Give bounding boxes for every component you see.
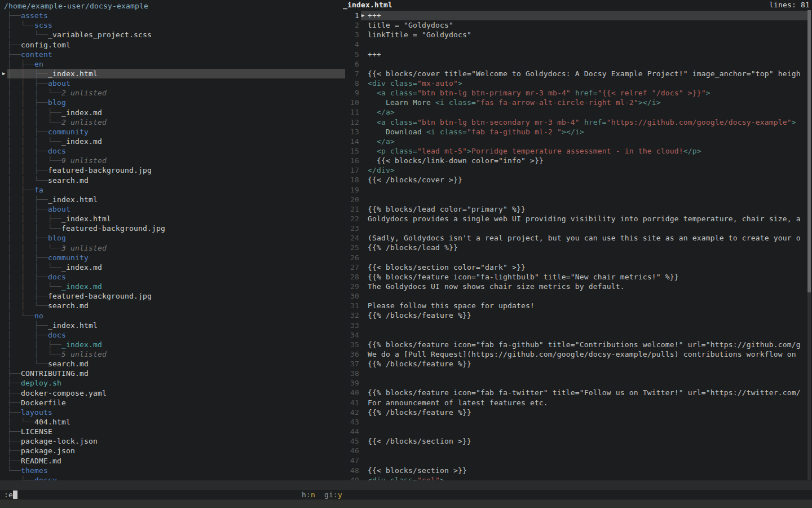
tree-row[interactable]: │ │ ├──blog <box>7 98 345 107</box>
tree-row[interactable]: │ └──404.html <box>7 417 345 427</box>
code-line: 17</div> <box>343 165 812 175</box>
tree-row[interactable]: │ │ ├──community <box>7 253 345 262</box>
code-line: 7{{< blocks/cover title="Welcome to Gold… <box>343 69 812 78</box>
code-line: 13 Download <i class="fab fa-github ml-2… <box>343 127 812 137</box>
tree-row[interactable]: │ │ │ └──_index.md <box>7 137 345 146</box>
tree-row[interactable]: │ │ │ └──3 unlisted <box>7 243 345 253</box>
scrollbar-thumb-icon[interactable] <box>807 10 811 292</box>
code-line: 26 <box>343 253 812 262</box>
preview-selection-arrow-icon: ▶ <box>361 11 365 20</box>
tree-row[interactable]: │ │ ├──_index.html <box>7 69 345 78</box>
terminal-bottom-padding <box>0 500 812 508</box>
code-line: 2title = "Goldydocs" <box>343 20 812 30</box>
input-hints: h:n gi:y <box>302 490 342 500</box>
code-line: 20 <box>343 195 812 204</box>
tree-row[interactable]: └──themes <box>7 466 345 475</box>
tree-row[interactable]: │ │ ├──about <box>7 204 345 214</box>
tree-row[interactable]: │ │ │ ├──_index.html <box>7 214 345 224</box>
code-line: 1▶+++ <box>343 11 812 20</box>
tree-row[interactable]: │ │ ├──blog <box>7 233 345 243</box>
code-line: 35{{% blocks/feature icon="fab fa-github… <box>343 340 812 349</box>
preview-header: _index.html lines: 81 <box>343 0 812 10</box>
preview-lines-count: lines: 81 <box>769 0 810 10</box>
tree-row[interactable]: └──docsy <box>7 475 345 480</box>
code-line: 15 <p class="lead mt-5">Porridge tempera… <box>343 146 812 156</box>
code-line: 38 <box>343 369 812 378</box>
code-line: 48{{< blocks/section >}} <box>343 466 812 475</box>
code-line: 24(Sadly, Goldydocs isn't a real project… <box>343 233 812 243</box>
code-line: 11 </a> <box>343 107 812 117</box>
tree-row[interactable]: │ │ │ └──_index.md <box>7 262 345 272</box>
tree-row[interactable]: │ ├──en <box>7 59 345 69</box>
tree-row[interactable]: │ │ │ └──2 unlisted <box>7 88 345 98</box>
code-line: 44 <box>343 427 812 436</box>
tree-row[interactable]: │ ├──fa <box>7 185 345 195</box>
tree-row[interactable]: │ └──scss <box>7 20 345 30</box>
command-input-value[interactable]: :e <box>4 490 13 500</box>
code-line: 10 Learn More <i class="fas fa-arrow-alt… <box>343 98 812 107</box>
tree-row[interactable]: │ └──search.md <box>7 359 345 369</box>
tree-row[interactable]: │ │ ├──featured-background.jpg <box>7 291 345 301</box>
code-line: 40{{% blocks/feature icon="fab fa-twitte… <box>343 388 812 397</box>
tree-row[interactable]: │ ├──_index.html <box>7 321 345 330</box>
tree-row[interactable]: │ │ │ ├──_index.md <box>7 108 345 117</box>
tree-row[interactable]: ├──package-lock.json <box>7 436 345 446</box>
tree-row[interactable]: ├──deploy.sh <box>7 378 345 388</box>
tree-row[interactable]: │ ├──docs <box>7 330 345 340</box>
tree-row[interactable]: │ │ │ └──featured-background.jpg <box>7 224 345 233</box>
code-line: 12 <a class="btn btn-lg btn-secondary mr… <box>343 117 812 127</box>
code-line: 22Goldydocs provides a single web UI pro… <box>343 214 812 224</box>
root-path: /home/example-user/docsy-example <box>4 1 345 11</box>
command-input-bar[interactable]: :e h:n gi:y <box>0 490 812 500</box>
tree-row[interactable]: ├──docker-compose.yaml <box>7 388 345 398</box>
text-cursor-icon <box>13 491 17 499</box>
tree-row[interactable]: │ │ └──search.md <box>7 176 345 185</box>
tree-row[interactable]: ├──layouts <box>7 408 345 417</box>
tree-row[interactable]: ├──assets <box>7 11 345 20</box>
tree-row[interactable]: │ │ ├──about <box>7 78 345 88</box>
code-line: 33 <box>343 321 812 330</box>
code-line: 8<div class="mx-auto"> <box>343 78 812 88</box>
code-line: 14 </a> <box>343 137 812 146</box>
code-line: 18{{< /blocks/cover >}} <box>343 175 812 185</box>
tree-row[interactable]: ├──Dockerfile <box>7 398 345 408</box>
code-line: 21{{% blocks/lead color="primary" %}} <box>343 204 812 214</box>
code-line: 16 {{< blocks/link-down color="info" >}} <box>343 156 812 165</box>
tree-row[interactable]: │ │ ├──docs <box>7 146 345 156</box>
tree-row[interactable]: ├──config.toml <box>7 40 345 50</box>
tree-row[interactable]: │ └──no <box>7 311 345 321</box>
tree-row[interactable]: │ │ │ └──2 unlisted <box>7 117 345 127</box>
code-line: 19 <box>343 185 812 195</box>
broot-terminal-app: /home/example-user/docsy-example ├──asse… <box>0 0 812 508</box>
tree-row[interactable]: │ │ ├──_index.html <box>7 195 345 204</box>
code-line: 23 <box>343 224 812 233</box>
code-line: 42{{% /blocks/feature %}} <box>343 408 812 417</box>
tree-row[interactable]: │ │ ├──featured-background.jpg <box>7 165 345 175</box>
tree-row[interactable]: ├──LICENSE <box>7 427 345 436</box>
code-line: 47 <box>343 456 812 465</box>
code-line: 5+++ <box>343 50 812 59</box>
tree-row[interactable]: │ └──_variables_project.scss <box>7 30 345 40</box>
tree-row[interactable]: │ │ ├──community <box>7 127 345 137</box>
code-lines: 1▶+++2title = "Goldydocs"3linkTitle = "G… <box>343 11 812 480</box>
code-line: 4 <box>343 40 812 49</box>
code-line: 30 <box>343 291 812 301</box>
code-line: 27{{< blocks/section color="dark" >}} <box>343 262 812 272</box>
tree-row[interactable]: │ │ │ └──9 unlisted <box>7 156 345 165</box>
tree-row[interactable]: ├──content <box>7 50 345 59</box>
tree-row[interactable]: ├──package.json <box>7 446 345 456</box>
tree-row[interactable]: │ │ │ └──_index.md <box>7 282 345 291</box>
status-bar: Hit enter to open the file, alt-enter to… <box>0 480 812 490</box>
code-line: 31Please follow this space for updates! <box>343 301 812 310</box>
code-line: 3linkTitle = "Goldydocs" <box>343 30 812 40</box>
code-line: 25{{% /blocks/lead %}} <box>343 243 812 252</box>
tree-row[interactable]: │ │ └──search.md <box>7 301 345 310</box>
tree-rows: ├──assets│ └──scss│ └──_variables_projec… <box>0 11 345 480</box>
code-line: 45{{< /blocks/section >}} <box>343 436 812 446</box>
tree-row[interactable]: │ │ ├──docs <box>7 272 345 282</box>
tree-row[interactable]: │ │ └──5 unlisted <box>7 349 345 359</box>
tree-row[interactable]: ├──README.md <box>7 456 345 466</box>
preview-scrollbar[interactable] <box>807 10 811 480</box>
tree-row[interactable]: ├──CONTRIBUTING.md <box>7 369 345 378</box>
tree-row[interactable]: │ │ ├──_index.md <box>7 340 345 349</box>
